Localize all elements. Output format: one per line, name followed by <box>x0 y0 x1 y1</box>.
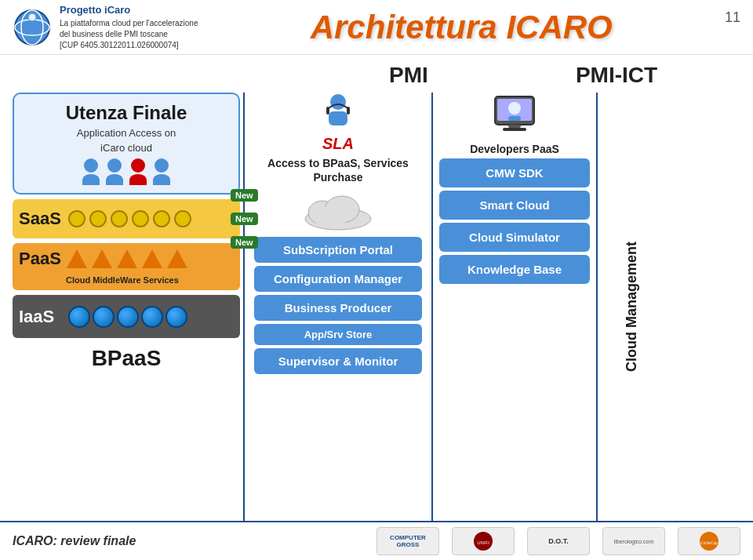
dot-6 <box>174 210 191 227</box>
pmiict-monitor-icon <box>491 93 538 140</box>
footer-text: ICARO: review finale <box>13 534 136 548</box>
iaas-layer: IaaS <box>13 295 240 338</box>
person-icon-2 <box>106 158 123 185</box>
paas-label: PaaS <box>19 249 62 269</box>
svg-rect-17 <box>503 128 526 131</box>
access-text: Access to BPaaS, Services Purchase <box>254 156 422 184</box>
globe-2 <box>93 306 115 328</box>
saas-layer: SaaS <box>13 199 240 238</box>
globe-5 <box>166 306 187 328</box>
separator-2 <box>431 93 433 521</box>
utenza-sub2: iCaro cloud <box>22 142 231 154</box>
subscription-portal-box: SubScription Portal <box>254 237 422 263</box>
footer-logo-computergross: COMPUTERGROSS <box>376 527 439 555</box>
left-section: Utenza Finale Application Access on iCar… <box>13 93 240 521</box>
logo-text: Progetto iCaro La piattaforma cloud per … <box>60 3 198 50</box>
paas-layer: PaaS Cloud MiddleWare Services <box>13 243 240 290</box>
svg-text:CircleCap: CircleCap <box>700 540 718 545</box>
paas-icons <box>67 249 187 268</box>
arch-wrapper: Utenza Finale Application Access on iCar… <box>13 93 740 521</box>
sla-badge: SLA <box>322 135 354 153</box>
tri-5 <box>167 249 187 268</box>
svg-point-4 <box>330 94 346 110</box>
footer-logo-circlecap: CircleCap <box>678 527 740 555</box>
smart-cloud-box: Smart Cloud <box>439 191 590 220</box>
right-section: Developers PaaS CMW SDK Smart Cloud Clou… <box>436 93 593 521</box>
footer-logo-firenze: UNIFI <box>452 527 515 555</box>
separator-1 <box>243 93 245 521</box>
user-icons <box>22 158 231 185</box>
person-icon-3 <box>129 158 147 185</box>
bpaas-area: BPaaS <box>13 346 240 371</box>
svg-point-3 <box>28 13 36 21</box>
middleware-label: Cloud MiddleWare Services <box>19 275 234 285</box>
svg-rect-5 <box>329 111 347 125</box>
globe-3 <box>117 306 139 328</box>
iaas-label: IaaS <box>19 307 62 327</box>
person-icon-4 <box>153 158 170 185</box>
pmi-boxes: SubScription Portal Configuration Manage… <box>254 237 422 521</box>
dot-5 <box>153 210 170 227</box>
slide-number: 11 <box>725 6 740 26</box>
svg-point-14 <box>508 102 521 115</box>
footer-logo-dot: D.O.T. <box>527 527 590 555</box>
logo-icon <box>13 8 52 47</box>
separator-3 <box>596 93 598 521</box>
saas-label: SaaS <box>19 209 62 229</box>
tri-2 <box>92 249 112 268</box>
tri-3 <box>117 249 137 268</box>
saas-dots <box>68 210 191 227</box>
svg-point-11 <box>313 206 347 228</box>
footer: ICARO: review finale COMPUTERGROSS UNIFI… <box>0 521 753 560</box>
tri-1 <box>67 249 87 268</box>
dot-1 <box>68 210 85 227</box>
globe-1 <box>68 306 90 328</box>
person-icon-1 <box>82 158 100 185</box>
pmi-top: SLA Access to BPaaS, Services Purchase <box>254 93 422 184</box>
top-labels: PMI PMI-ICT <box>13 63 740 88</box>
utenza-box: Utenza Finale Application Access on iCar… <box>13 93 240 195</box>
middle-section: SLA Access to BPaaS, Services Purchase N… <box>248 93 428 521</box>
new-badge-1: New <box>231 189 258 202</box>
cloud-management-section: Cloud Management <box>601 93 664 521</box>
svg-text:UNIFI: UNIFI <box>477 540 489 545</box>
header: Progetto iCaro La piattaforma cloud per … <box>0 0 753 55</box>
dot-3 <box>111 210 128 227</box>
main-title: Architettura ICARO <box>198 9 725 46</box>
tri-4 <box>142 249 162 268</box>
right-boxes: CMW SDK Smart Cloud Cloud Simulator Know… <box>439 158 590 521</box>
dot-2 <box>89 210 107 227</box>
pmiict-column-label: PMI-ICT <box>546 63 687 88</box>
globe-4 <box>141 306 163 328</box>
svg-rect-16 <box>508 125 521 128</box>
logo-area: Progetto iCaro La piattaforma cloud per … <box>13 3 198 50</box>
pmi-column-label: PMI <box>318 63 499 88</box>
developers-paas-text: Developers PaaS <box>439 143 590 155</box>
knowledge-base-box: Knowledge Base <box>439 255 590 284</box>
pmi-person-icon <box>322 93 354 132</box>
svg-rect-15 <box>508 116 521 121</box>
cloud-simulator-box: Cloud Simulator <box>439 223 590 252</box>
cloud-management-label: Cloud Management <box>624 242 641 372</box>
cloud-shape <box>299 189 377 232</box>
business-producer-box: Business Producer <box>254 295 422 321</box>
new-badge-2: New <box>231 213 258 225</box>
main-content: PMI PMI-ICT Utenza Finale Application Ac… <box>0 55 753 521</box>
new-badge-3: New <box>231 236 258 249</box>
cmw-sdk-box: CMW SDK <box>439 158 590 187</box>
pmiict-top: Developers PaaS <box>439 93 590 155</box>
footer-logo-liberologico: liberologico.com <box>602 527 665 555</box>
footer-logos: COMPUTERGROSS UNIFI D.O.T. liberologico.… <box>376 527 740 555</box>
new-badges-column: New New New <box>231 189 258 249</box>
supervisor-monitor-box: Supervisor & Monitor <box>254 348 422 374</box>
cloud-and-new: New New New <box>254 189 422 232</box>
configuration-manager-box: Configuration Manager <box>254 266 422 292</box>
dot-4 <box>132 210 149 227</box>
server-group <box>68 306 187 328</box>
app-store-box: App/Srv Store <box>254 324 422 345</box>
utenza-title: Utenza Finale <box>22 102 231 124</box>
utenza-sub1: Application Access on <box>22 127 231 139</box>
bpaas-label: BPaaS <box>13 346 240 371</box>
